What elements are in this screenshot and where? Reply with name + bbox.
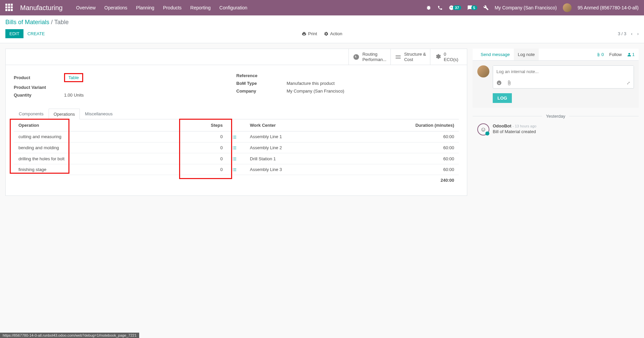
nav-right: 37 5 My Company (San Francisco) 95 Anmed… bbox=[426, 3, 639, 12]
tab-operations[interactable]: Operations bbox=[49, 109, 80, 119]
company-value: My Company (San Francisco) bbox=[287, 89, 344, 94]
ref-label: Reference bbox=[236, 73, 287, 78]
cell-duration: 60:00 bbox=[370, 131, 459, 143]
cell-steps: 0 bbox=[183, 164, 227, 175]
nav-operations[interactable]: Operations bbox=[104, 5, 127, 10]
qty-label: Quantity bbox=[14, 93, 64, 98]
cell-steps: 0 bbox=[183, 131, 227, 143]
th-steps[interactable]: Steps bbox=[183, 119, 227, 131]
apps-icon[interactable] bbox=[5, 4, 13, 12]
tab-components[interactable]: Components bbox=[14, 108, 49, 119]
compose-avatar bbox=[477, 65, 489, 77]
brand-title[interactable]: Manufacturing bbox=[20, 4, 63, 12]
create-button[interactable]: CREATE bbox=[23, 29, 49, 38]
cell-workcenter: Assembly Line 2 bbox=[245, 142, 370, 153]
message: ☺ OdooBot - 13 hours ago Bill of Materia… bbox=[473, 122, 639, 137]
bug-icon[interactable] bbox=[426, 5, 431, 10]
gear-icon bbox=[324, 32, 328, 36]
user-avatar[interactable] bbox=[563, 3, 572, 12]
form-sheet: RoutingPerforman... Structure &Cost 0ECO… bbox=[5, 49, 467, 196]
table-row[interactable]: drilling the holes for bolt0Drill Statio… bbox=[14, 153, 459, 164]
nav-reporting[interactable]: Reporting bbox=[190, 5, 211, 10]
emoji-icon[interactable] bbox=[496, 80, 502, 86]
steps-icon[interactable] bbox=[232, 167, 237, 172]
activity-badge: 37 bbox=[453, 5, 461, 10]
company-switcher[interactable]: My Company (San Francisco) bbox=[495, 5, 557, 10]
chatter-log-note[interactable]: Log note bbox=[514, 49, 539, 60]
paperclip-icon bbox=[596, 53, 600, 57]
cell-operation: bending and molding bbox=[14, 142, 183, 153]
nav-overview[interactable]: Overview bbox=[76, 5, 96, 10]
notebook-tabs: Components Operations Miscellaneous bbox=[14, 108, 459, 119]
table-row[interactable]: finishing stage0Assembly Line 360:00 bbox=[14, 164, 459, 175]
nav-menu: Overview Operations Planning Products Re… bbox=[76, 5, 248, 10]
cell-operation: cutting and measuring bbox=[14, 131, 183, 143]
user-icon bbox=[627, 53, 631, 57]
steps-icon[interactable] bbox=[232, 157, 237, 161]
company-label: Company bbox=[236, 89, 287, 94]
stat-ecos[interactable]: 0ECO(s) bbox=[430, 49, 467, 65]
operations-table: Operation Steps Work Center Duration (mi… bbox=[14, 119, 459, 185]
top-nav: Manufacturing Overview Operations Planni… bbox=[0, 0, 644, 15]
stat-routing-performance[interactable]: RoutingPerforman... bbox=[348, 49, 390, 65]
th-duration[interactable]: Duration (minutes) bbox=[370, 119, 459, 131]
steps-icon[interactable] bbox=[232, 146, 237, 150]
log-button[interactable]: LOG bbox=[493, 93, 512, 103]
breadcrumb-root[interactable]: Bills of Materials bbox=[5, 19, 49, 25]
table-row[interactable]: bending and molding0Assembly Line 260:00 bbox=[14, 142, 459, 153]
th-workcenter[interactable]: Work Center bbox=[245, 119, 370, 131]
gears-icon bbox=[434, 54, 441, 60]
table-row[interactable]: cutting and measuring0Assembly Line 160:… bbox=[14, 131, 459, 143]
variant-label: Product Variant bbox=[14, 85, 64, 90]
chatter: Send message Log note 0 Follow 1 ⤢ LOG Y… bbox=[473, 49, 639, 137]
attach-icon[interactable] bbox=[506, 80, 512, 86]
messages-indicator[interactable]: 5 bbox=[467, 5, 477, 10]
activity-indicator[interactable]: 37 bbox=[449, 5, 461, 10]
control-bar: Bills of Materials / Table EDIT CREATE P… bbox=[0, 15, 644, 43]
print-button[interactable]: Print bbox=[302, 31, 317, 36]
clock-icon bbox=[353, 54, 360, 60]
cell-workcenter: Assembly Line 3 bbox=[245, 164, 370, 175]
product-label: Product bbox=[14, 75, 64, 80]
cell-steps: 0 bbox=[183, 153, 227, 164]
cell-duration: 60:00 bbox=[370, 142, 459, 153]
message-separator: Yesterday bbox=[473, 114, 639, 119]
th-operation[interactable]: Operation bbox=[14, 119, 183, 131]
phone-icon[interactable] bbox=[437, 5, 443, 10]
nav-products[interactable]: Products bbox=[163, 5, 181, 10]
pager-prev[interactable]: ‹ bbox=[631, 31, 632, 36]
msg-author: OdooBot bbox=[493, 123, 512, 128]
edit-button[interactable]: EDIT bbox=[5, 29, 23, 38]
bom-label: BoM Type bbox=[236, 81, 287, 86]
user-name[interactable]: 95 Anmed (8567780-14-0-all) bbox=[578, 5, 639, 10]
msg-time: - 13 hours ago bbox=[513, 124, 536, 128]
pager-text[interactable]: 3 / 3 bbox=[618, 31, 626, 36]
nav-configuration[interactable]: Configuration bbox=[219, 5, 247, 10]
msg-body: Bill of Material created bbox=[493, 129, 536, 134]
stat-structure-cost[interactable]: Structure &Cost bbox=[390, 49, 430, 65]
pager-next[interactable]: › bbox=[637, 31, 639, 36]
breadcrumb: Bills of Materials / Table bbox=[5, 19, 639, 26]
tools-icon[interactable] bbox=[483, 5, 489, 10]
cell-steps: 0 bbox=[183, 142, 227, 153]
cell-operation: drilling the holes for bolt bbox=[14, 153, 183, 164]
expand-icon[interactable]: ⤢ bbox=[627, 80, 630, 86]
nav-planning[interactable]: Planning bbox=[136, 5, 155, 10]
qty-value: 1.00 Units bbox=[64, 93, 84, 98]
tab-miscellaneous[interactable]: Miscellaneous bbox=[80, 108, 117, 119]
follower-count[interactable]: 1 bbox=[627, 52, 635, 57]
steps-icon[interactable] bbox=[232, 135, 237, 139]
cell-duration: 60:00 bbox=[370, 164, 459, 175]
total-duration: 240:00 bbox=[370, 175, 459, 186]
bot-avatar: ☺ bbox=[477, 123, 489, 135]
compose-input[interactable] bbox=[493, 66, 634, 77]
messages-badge: 5 bbox=[471, 5, 477, 10]
cell-workcenter: Drill Station 1 bbox=[245, 153, 370, 164]
breadcrumb-current: Table bbox=[54, 19, 69, 25]
print-icon bbox=[302, 32, 307, 36]
follow-button[interactable]: Follow bbox=[609, 52, 622, 57]
action-button[interactable]: Action bbox=[324, 31, 342, 36]
attachment-count[interactable]: 0 bbox=[596, 52, 604, 57]
product-value[interactable]: Table bbox=[68, 75, 79, 80]
chatter-send-message[interactable]: Send message bbox=[477, 49, 514, 60]
